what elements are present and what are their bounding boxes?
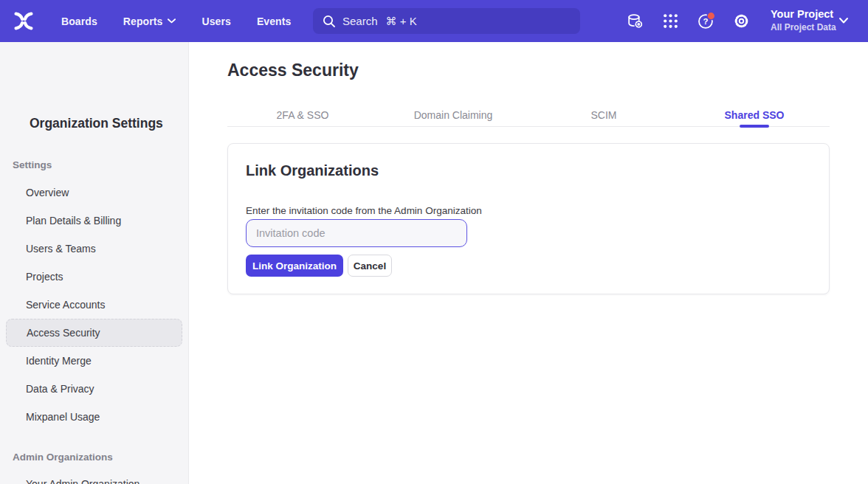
nav-item-reports[interactable]: Reports — [123, 15, 176, 27]
search-placeholder: Search — [342, 15, 378, 27]
sidebar-item-users-teams[interactable]: Users & Teams — [0, 235, 188, 263]
tab-label: 2FA & SSO — [277, 109, 329, 121]
nav-item-boards[interactable]: Boards — [61, 15, 97, 27]
sidebar-item-label: Access Security — [27, 327, 100, 339]
search-input[interactable]: Search ⌘ + K — [313, 8, 580, 34]
mixpanel-logo-icon[interactable] — [13, 10, 35, 32]
sidebar-item-data-privacy[interactable]: Data & Privacy — [0, 375, 188, 403]
sidebar-item-mixpanel-usage[interactable]: Mixpanel Usage — [0, 403, 188, 431]
sidebar-item-label: Identity Merge — [26, 355, 92, 367]
settings-gear-icon[interactable] — [732, 12, 751, 30]
apps-grid-icon[interactable] — [661, 12, 680, 30]
tab-scim[interactable]: SCIM — [528, 103, 679, 126]
invitation-code-input[interactable] — [246, 219, 467, 247]
tab-shared-sso[interactable]: Shared SSO — [679, 103, 830, 126]
nav-icon-group: ? — [626, 12, 751, 30]
chevron-down-icon — [168, 18, 176, 24]
nav-item-users[interactable]: Users — [202, 15, 230, 27]
nav-item-label: Users — [202, 15, 230, 27]
sidebar-item-identity-merge[interactable]: Identity Merge — [0, 347, 188, 375]
sidebar-section-admin-label: Admin Organizations — [13, 452, 113, 463]
nav-item-events[interactable]: Events — [257, 15, 292, 27]
sidebar-item-label: Service Accounts — [26, 299, 105, 311]
sidebar-section-settings-label: Settings — [13, 159, 52, 170]
sidebar-item-your-admin-organization[interactable]: Your Admin Organization — [0, 470, 188, 484]
sidebar-item-label: Plan Details & Billing — [26, 215, 121, 227]
sidebar-item-label: Data & Privacy — [26, 383, 94, 395]
svg-text:?: ? — [703, 17, 708, 26]
card-description: Enter the invitation code from the Admin… — [246, 205, 482, 216]
link-organizations-card: Link Organizations Enter the invitation … — [227, 143, 830, 294]
main-content: Access Security 2FA & SSO Domain Claimin… — [189, 42, 868, 484]
nav-item-label: Boards — [61, 15, 97, 27]
nav-item-label: Reports — [123, 15, 163, 27]
tab-label: SCIM — [591, 109, 617, 121]
sidebar-item-overview[interactable]: Overview — [0, 179, 188, 207]
page-title: Access Security — [227, 60, 359, 80]
sidebar-settings-items: Overview Plan Details & Billing Users & … — [0, 179, 188, 431]
search-icon — [323, 15, 336, 28]
sidebar-admin-items: Your Admin Organization — [0, 470, 188, 484]
card-title: Link Organizations — [246, 162, 379, 179]
sidebar-item-label: Users & Teams — [26, 243, 96, 255]
sidebar-item-label: Projects — [26, 271, 63, 283]
sidebar-item-projects[interactable]: Projects — [0, 263, 188, 291]
sidebar-item-label: Mixpanel Usage — [26, 411, 100, 423]
tab-2fa-sso[interactable]: 2FA & SSO — [227, 103, 378, 126]
search-shortcut: ⌘ + K — [386, 15, 417, 28]
data-management-icon[interactable] — [626, 12, 644, 30]
cancel-button[interactable]: Cancel — [348, 255, 392, 277]
tab-label: Domain Claiming — [414, 109, 493, 121]
tab-bar: 2FA & SSO Domain Claiming SCIM Shared SS… — [227, 103, 830, 127]
help-icon[interactable]: ? — [697, 12, 715, 30]
link-organization-button[interactable]: Link Organization — [246, 255, 343, 277]
sidebar-item-service-accounts[interactable]: Service Accounts — [0, 291, 188, 319]
active-tab-underline — [740, 125, 769, 128]
notification-dot — [708, 13, 714, 19]
tab-label: Shared SSO — [725, 109, 785, 121]
nav-menu: Boards Reports Users Events — [61, 0, 291, 42]
sidebar-item-label: Overview — [26, 187, 69, 198]
sidebar-item-access-security[interactable]: Access Security — [6, 319, 182, 347]
sidebar-item-label: Your Admin Organization — [26, 478, 140, 484]
sidebar-item-plan-details-billing[interactable]: Plan Details & Billing — [0, 207, 188, 235]
sidebar-title: Organization Settings — [30, 116, 163, 131]
sidebar: Organization Settings Settings Overview … — [0, 42, 189, 484]
nav-item-label: Events — [257, 15, 292, 27]
tab-domain-claiming[interactable]: Domain Claiming — [378, 103, 528, 126]
top-nav: Boards Reports Users Events Search ⌘ + K — [0, 0, 868, 42]
chevron-down-icon — [838, 17, 849, 24]
